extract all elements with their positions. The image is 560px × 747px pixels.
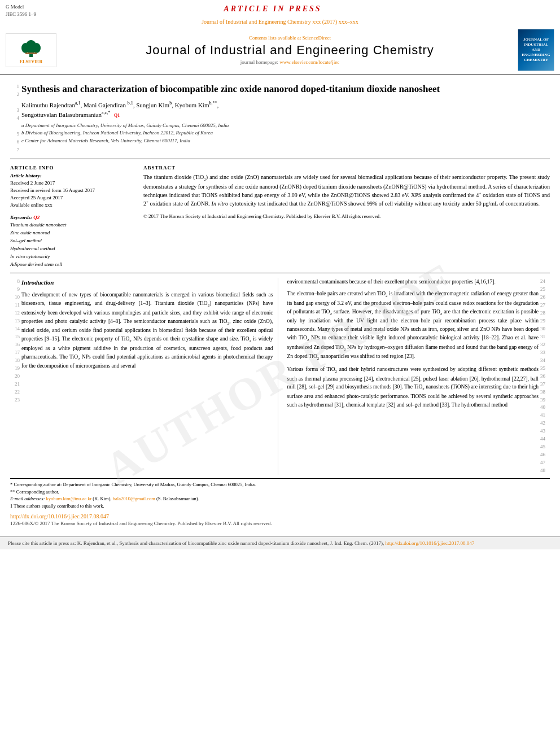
keyword-3: Sol–gel method bbox=[10, 237, 134, 245]
affiliation-c: c Center for Advanced Materials Research… bbox=[21, 137, 550, 145]
journal-cover-image: JOURNAL OFINDUSTRIAL ANDENGINEERINGCHEMI… bbox=[518, 29, 554, 71]
article-history: Received 2 June 2017 Received in revised… bbox=[10, 180, 134, 209]
abstract-title: ABSTRACT bbox=[143, 165, 550, 171]
doi-section: http://dx.doi.org/10.1016/j.jiec.2017.08… bbox=[10, 513, 550, 519]
journal-info-center: Contents lists available at ScienceDirec… bbox=[62, 35, 518, 65]
journal-title: Journal of Industrial and Engineering Ch… bbox=[62, 43, 518, 58]
introduction-title: Introduction bbox=[21, 278, 273, 287]
article-history-title: Article history: bbox=[10, 173, 134, 178]
footnotes-section: * Corresponding author at: Department of… bbox=[10, 478, 550, 510]
email2-name: (S. Balasubramanian). bbox=[156, 496, 199, 501]
journal-homepage-link[interactable]: www.elsevier.com/locate/jiec bbox=[279, 59, 339, 65]
svg-rect-4 bbox=[25, 53, 37, 54]
keywords-list: Titanium dioxide nanosheet Zinc oxide na… bbox=[10, 221, 134, 269]
intro-paragraph-2b: The electron–hole pairs are created when… bbox=[287, 290, 539, 362]
received-date: Received 2 June 2017 bbox=[10, 180, 134, 187]
synthesis-word: synthesis bbox=[206, 184, 227, 190]
article-info-title: ARTICLE INFO bbox=[10, 165, 134, 171]
column-gap bbox=[278, 278, 287, 474]
top-bar: G Model JIEC 3596 1–9 ARTICLE IN PRESS bbox=[0, 0, 560, 19]
keyword-1: Titanium dioxide nanosheet bbox=[10, 221, 134, 229]
affiliation-b: b Division of Bioengineering, Incheon Na… bbox=[21, 129, 550, 137]
intro-paragraph-2a: environmental contaminants because of th… bbox=[287, 278, 539, 286]
keyword-6: Adipose derived stem cell bbox=[10, 261, 134, 269]
journal-homepage: journal homepage: www.elsevier.com/locat… bbox=[62, 59, 518, 65]
citation-doi-link[interactable]: http://dx.doi.org/10.1016/j.jiec.2017.08… bbox=[386, 540, 475, 546]
sciencedirect-link[interactable]: ScienceDirect bbox=[303, 35, 331, 41]
body-right-column: environmental contaminants because of th… bbox=[287, 278, 539, 474]
article-in-press-banner: ARTICLE IN PRESS bbox=[36, 3, 509, 14]
keyword-4: Hydrothermal method bbox=[10, 245, 134, 253]
keyword-5: In vitro cytotoxicity bbox=[10, 253, 134, 261]
footnote-corresponding1: * Corresponding author at: Department of… bbox=[10, 481, 550, 488]
abstract-copyright: © 2017 The Korean Society of Industrial … bbox=[143, 213, 550, 221]
footnote-corresponding2: ** Corresponding author. bbox=[10, 488, 550, 496]
authors-line: Kalimuthu Rajendrana,1, Mani Gajendiran … bbox=[21, 100, 550, 119]
keywords-section: Keywords: Q2 Titanium dioxide nanosheet … bbox=[10, 215, 134, 269]
keyword-2: Zinc oxide nanorod bbox=[10, 229, 134, 237]
article-header-section: Synthesis and characterization of biocom… bbox=[21, 83, 550, 145]
intro-paragraph-3: Various forms of TiO2 and their hybrid n… bbox=[287, 365, 539, 409]
body-section: 8 9 10 11 12 13 14 15 16 17 18 19 20 21 … bbox=[10, 278, 550, 474]
sciencedirect-text: Contents lists available at ScienceDirec… bbox=[62, 35, 518, 41]
body-left-line-numbers: 8 9 10 11 12 13 14 15 16 17 18 19 20 21 … bbox=[10, 278, 21, 474]
issn-line: 1226-086X/© 2017 The Korean Society of I… bbox=[10, 521, 550, 526]
journal-header: ELSEVIER Contents lists available at Sci… bbox=[0, 27, 560, 75]
elsevier-text: ELSEVIER bbox=[20, 59, 42, 64]
article-info-column: ARTICLE INFO Article history: Received 2… bbox=[10, 165, 134, 269]
jiec-label: JIEC 3596 1–9 bbox=[6, 11, 36, 18]
abstract-text: The titanium dioxide (TiO2) and zinc oxi… bbox=[143, 173, 550, 208]
journal-subtitle: Journal of Industrial and Engineering Ch… bbox=[0, 19, 560, 25]
keywords-title: Keywords: Q2 bbox=[10, 215, 134, 220]
abstract-column: ABSTRACT The titanium dioxide (TiO2) and… bbox=[143, 165, 550, 269]
model-info: G Model JIEC 3596 1–9 bbox=[6, 3, 36, 18]
left-line-numbers: 1 2 3 4 5 6 7 bbox=[10, 83, 21, 154]
model-label: G Model bbox=[6, 3, 36, 11]
body-right-line-numbers: 24 25 26 27 28 29 30 31 32 33 34 35 36 3… bbox=[539, 278, 550, 474]
email1-name: (K. Kim), bbox=[93, 496, 111, 501]
intro-paragraph-1: The development of new types of biocompa… bbox=[21, 291, 273, 370]
elsevier-tree-icon bbox=[17, 36, 45, 58]
article-title: Synthesis and characterization of biocom… bbox=[21, 83, 550, 95]
affiliations: a Department of Inorganic Chemistry, Uni… bbox=[21, 122, 550, 145]
email-link-1[interactable]: kyobum.kim@inu.ac.kr bbox=[46, 496, 91, 501]
main-content: 1 2 3 4 5 6 7 Synthesis and characteriza… bbox=[0, 75, 560, 531]
doi-link[interactable]: http://dx.doi.org/10.1016/j.jiec.2017.08… bbox=[10, 513, 109, 519]
info-abstract-section: ARTICLE INFO Article history: Received 2… bbox=[10, 165, 550, 269]
body-left-column: Introduction The development of new type… bbox=[21, 278, 278, 474]
elsevier-logo: ELSEVIER bbox=[6, 33, 56, 67]
footnote-email: E-mail addresses: kyobum.kim@inu.ac.kr (… bbox=[10, 495, 550, 503]
citation-text: Please cite this article in press as: K.… bbox=[8, 540, 384, 546]
citation-box: Please cite this article in press as: K.… bbox=[0, 536, 560, 549]
svg-point-2 bbox=[21, 43, 29, 53]
received-revised: Received in revised form 16 August 2017 bbox=[10, 187, 134, 194]
svg-point-3 bbox=[33, 43, 41, 53]
available-online: Available online xxx bbox=[10, 202, 134, 209]
affiliation-a: a Department of Inorganic Chemistry, Uni… bbox=[21, 122, 550, 130]
email-link-2[interactable]: bala2010@gmail.com bbox=[113, 496, 155, 501]
accepted-date: Accepted 25 August 2017 bbox=[10, 194, 134, 202]
footnote-1: 1 These authors equally contributed to t… bbox=[10, 503, 550, 510]
